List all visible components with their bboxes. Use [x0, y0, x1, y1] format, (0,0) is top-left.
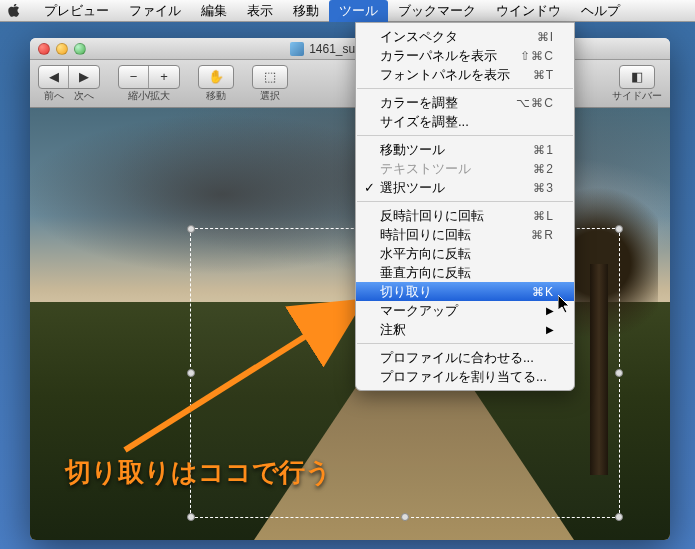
menu-item[interactable]: 注釈▶ [356, 320, 574, 339]
zoom-button[interactable] [74, 43, 86, 55]
sidebar-label: サイドバー [612, 89, 662, 103]
menubar-file[interactable]: ファイル [119, 0, 191, 22]
select-tool-button[interactable]: ⬚ [253, 66, 287, 88]
menu-item[interactable]: フォントパネルを表示⌘T [356, 65, 574, 84]
menu-item-label: プロファイルを割り当てる... [380, 368, 547, 386]
menubar-view[interactable]: 表示 [237, 0, 283, 22]
menu-shortcut: ⌘K [532, 285, 554, 299]
submenu-arrow-icon: ▶ [546, 324, 554, 335]
menu-item-label: 注釈 [380, 321, 406, 339]
traffic-lights [38, 43, 86, 55]
close-button[interactable] [38, 43, 50, 55]
menu-item[interactable]: サイズを調整... [356, 112, 574, 131]
system-menubar: プレビュー ファイル 編集 表示 移動 ツール ブックマーク ウインドウ ヘルプ [0, 0, 695, 22]
zoom-in-button[interactable]: + [149, 66, 179, 88]
menu-shortcut: ⌘R [531, 228, 554, 242]
zoom-out-button[interactable]: − [119, 66, 149, 88]
menu-item-label: 反時計回りに回転 [380, 207, 484, 225]
menu-item[interactable]: プロファイルを割り当てる... [356, 367, 574, 386]
menubar-go[interactable]: 移動 [283, 0, 329, 22]
menubar-help[interactable]: ヘルプ [571, 0, 630, 22]
handle-ne[interactable] [615, 225, 623, 233]
menu-separator [357, 343, 573, 344]
zoom-label: 縮小/拡大 [128, 89, 171, 103]
menu-item[interactable]: プロファイルに合わせる... [356, 348, 574, 367]
menu-item-label: プロファイルに合わせる... [380, 349, 534, 367]
sidebar-group: ◧ サイドバー [612, 65, 662, 103]
menu-item[interactable]: インスペクタ⌘I [356, 27, 574, 46]
menubar-edit[interactable]: 編集 [191, 0, 237, 22]
next-button[interactable]: ▶ [69, 66, 99, 88]
menu-separator [357, 135, 573, 136]
menu-item[interactable]: 切り取り⌘K [356, 282, 574, 301]
apple-logo-icon[interactable] [8, 4, 22, 18]
tools-dropdown: インスペクタ⌘Iカラーパネルを表示⇧⌘Cフォントパネルを表示⌘Tカラーを調整⌥⌘… [355, 22, 575, 391]
menu-shortcut: ⌘I [537, 30, 554, 44]
menu-separator [357, 201, 573, 202]
menu-item-label: 垂直方向に反転 [380, 264, 471, 282]
menu-item[interactable]: 時計回りに回転⌘R [356, 225, 574, 244]
menubar-tools[interactable]: ツール [329, 0, 388, 22]
menu-shortcut: ⌘3 [533, 181, 554, 195]
cursor-icon [558, 295, 572, 315]
prev-button[interactable]: ◀ [39, 66, 69, 88]
menu-item[interactable]: ✓選択ツール⌘3 [356, 178, 574, 197]
menu-item-label: 時計回りに回転 [380, 226, 471, 244]
menu-shortcut: ⌘L [533, 209, 554, 223]
handle-e[interactable] [615, 369, 623, 377]
menu-item-label: 切り取り [380, 283, 432, 301]
sidebar-toggle-button[interactable]: ◧ [620, 66, 654, 88]
menu-item[interactable]: カラーパネルを表示⇧⌘C [356, 46, 574, 65]
menu-item-label: 移動ツール [380, 141, 445, 159]
menubar-bookmarks[interactable]: ブックマーク [388, 0, 486, 22]
menu-item-label: テキストツール [380, 160, 471, 178]
menu-item[interactable]: 水平方向に反転 [356, 244, 574, 263]
handle-sw[interactable] [187, 513, 195, 521]
handle-s[interactable] [401, 513, 409, 521]
menu-item[interactable]: 反時計回りに回転⌘L [356, 206, 574, 225]
move-group: ✋ 移動 [198, 65, 234, 103]
nav-label: 前へ 次へ [44, 89, 94, 103]
menubar-app[interactable]: プレビュー [34, 0, 119, 22]
menu-item-label: 選択ツール [380, 179, 445, 197]
menu-item-label: カラーを調整 [380, 94, 458, 112]
handle-se[interactable] [615, 513, 623, 521]
document-icon [290, 42, 304, 56]
submenu-arrow-icon: ▶ [546, 305, 554, 316]
menu-item: テキストツール⌘2 [356, 159, 574, 178]
menu-separator [357, 88, 573, 89]
menu-item-label: マークアップ [380, 302, 458, 320]
menu-shortcut: ⌥⌘C [516, 96, 554, 110]
menu-item-label: フォントパネルを表示 [380, 66, 510, 84]
move-tool-button[interactable]: ✋ [199, 66, 233, 88]
move-label: 移動 [206, 89, 226, 103]
menu-item[interactable]: カラーを調整⌥⌘C [356, 93, 574, 112]
menu-shortcut: ⌘1 [533, 143, 554, 157]
handle-nw[interactable] [187, 225, 195, 233]
menu-item[interactable]: マークアップ▶ [356, 301, 574, 320]
check-icon: ✓ [364, 180, 375, 195]
menu-shortcut: ⇧⌘C [520, 49, 554, 63]
menu-shortcut: ⌘2 [533, 162, 554, 176]
select-label: 選択 [260, 89, 280, 103]
menu-item-label: カラーパネルを表示 [380, 47, 497, 65]
minimize-button[interactable] [56, 43, 68, 55]
select-group: ⬚ 選択 [252, 65, 288, 103]
handle-w[interactable] [187, 369, 195, 377]
menu-item-label: サイズを調整... [380, 113, 469, 131]
menu-shortcut: ⌘T [533, 68, 554, 82]
menu-item-label: インスペクタ [380, 28, 458, 46]
zoom-group: − + 縮小/拡大 [118, 65, 180, 103]
menu-item[interactable]: 垂直方向に反転 [356, 263, 574, 282]
menu-item-label: 水平方向に反転 [380, 245, 471, 263]
menubar-window[interactable]: ウインドウ [486, 0, 571, 22]
menu-item[interactable]: 移動ツール⌘1 [356, 140, 574, 159]
nav-group: ◀ ▶ 前へ 次へ [38, 65, 100, 103]
